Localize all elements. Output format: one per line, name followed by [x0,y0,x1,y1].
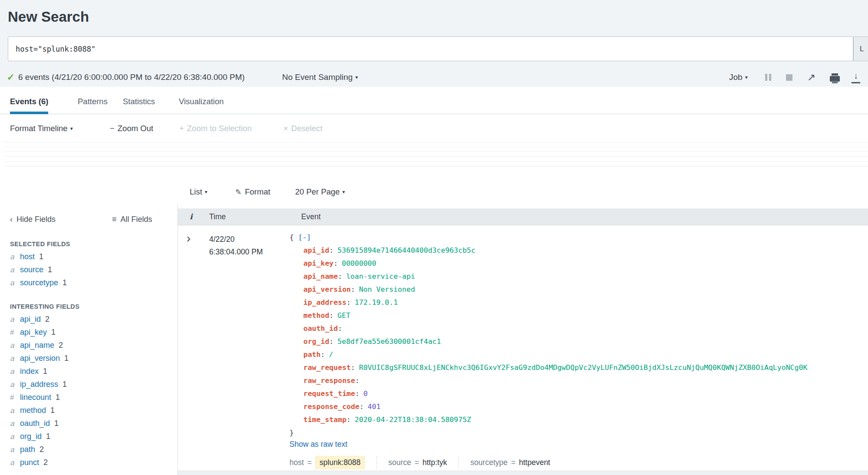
source-value[interactable]: http:tyk [422,458,447,467]
page-title: New Search [8,9,89,25]
search-input[interactable] [8,37,853,61]
json-field-oauth_id: oauth_id: [289,322,807,335]
field-path[interactable]: apath2 [10,443,69,456]
timeline-gridline [4,161,868,162]
event-column-header: Event [301,208,321,225]
caret-down-icon: ▾ [205,189,207,195]
json-field-path: path:/ [289,348,807,361]
share-icon[interactable]: ↗ [807,70,815,85]
timeline-gridline [4,142,868,142]
field-type-icon: a [10,456,20,469]
field-api_key[interactable]: #api_key1 [10,326,69,339]
deselect-button[interactable]: ×Deselect [283,122,322,135]
interesting-fields-heading: INTERESTING FIELDS [10,303,79,310]
job-menu[interactable]: Job▾ [729,69,748,85]
zoom-out-button[interactable]: −Zoom Out [110,122,153,135]
time-column-header: Time [209,208,226,225]
interesting-fields-list: aapi_id2 #api_key1 aapi_name2 aapi_versi… [10,313,69,469]
field-source[interactable]: asource1 [10,263,67,276]
sourcetype-label: sourcetype [470,458,508,467]
export-icon[interactable]: ↓ [852,69,860,83]
field-type-icon: a [10,365,20,378]
field-type-icon: # [10,326,20,339]
tab-visualization[interactable]: Visualization [179,87,224,114]
json-field-raw_response: raw_response: [289,374,807,387]
pause-icon[interactable] [765,74,772,81]
hide-fields-button[interactable]: ‹Hide Fields [10,213,56,226]
field-type-icon: a [10,276,20,289]
host-value[interactable]: splunk:8088 [315,456,365,469]
collapse-json-button[interactable]: [-] [298,233,311,241]
field-api_version[interactable]: aapi_version1 [10,352,69,365]
format-timeline-menu[interactable]: Format Timeline▾ [10,122,73,135]
tab-events[interactable]: Events (6) [10,87,48,114]
field-method[interactable]: amethod1 [10,404,69,417]
splunk-search-page: New Search L ✓ 6 events (4/21/20 6:00:00… [0,0,868,475]
json-field-api_version: api_version:Non Versioned [289,283,807,296]
field-punct[interactable]: apunct2 [10,456,69,469]
event-sampling-menu[interactable]: No Event Sampling▾ [282,69,358,85]
field-type-icon: a [10,404,20,417]
field-api_id[interactable]: aapi_id2 [10,313,69,326]
json-field-method: method:GET [289,309,807,322]
host-label: host [289,458,304,467]
field-host[interactable]: ahost1 [10,250,67,263]
time-range-picker-button[interactable]: L [853,36,868,61]
field-type-icon: a [10,352,20,365]
time-range-label: L [860,45,864,53]
divider [376,456,377,469]
event-date: 4/22/20 [209,233,263,246]
results-table-header: i Time Event [178,208,868,225]
field-oauth_id[interactable]: aoauth_id1 [10,417,69,430]
chevron-left-icon: ‹ [10,215,13,224]
search-header: New Search L ✓ 6 events (4/21/20 6:00:00… [0,0,868,87]
json-field-api_key: api_key:00000000 [289,257,807,270]
close-icon: × [283,124,288,133]
zoom-to-selection-button[interactable]: +Zoom to Selection [179,122,252,135]
print-icon[interactable] [830,76,840,82]
field-ip_address[interactable]: aip_address1 [10,378,69,391]
list-icon: ≡ [112,215,117,224]
all-fields-button[interactable]: ≡All Fields [112,213,152,226]
json-open-line: {[-] [289,231,807,244]
show-as-raw-text-link[interactable]: Show as raw text [289,440,347,449]
json-field-request_time: request_time:0 [289,387,807,400]
field-api_name[interactable]: aapi_name2 [10,339,69,352]
json-field-api_id: api_id:536915894e71466440400d3ce963cb5c [289,244,807,257]
event-timestamp: 4/22/20 6:38:04.000 PM [209,233,263,258]
event-row: › 4/22/20 6:38:04.000 PM {[-] api_id:536… [178,225,868,471]
json-close-line: } [289,426,807,439]
field-sourcetype[interactable]: asourcetype1 [10,276,67,289]
tab-statistics[interactable]: Statistics [123,87,155,114]
info-column-header: i [190,208,193,225]
list-view-menu[interactable]: List▾ [190,185,207,198]
event-timeline-chart[interactable] [0,135,868,176]
search-complete-check-icon: ✓ [7,69,15,85]
search-bar [8,36,853,61]
caret-down-icon: ▾ [342,189,345,195]
json-field-time_stamp: time_stamp:2020-04-22T18:38:04.580975Z [289,413,807,426]
field-type-icon: a [10,417,20,430]
field-type-icon: a [10,430,20,443]
field-org_id[interactable]: aorg_id1 [10,430,69,443]
timeline-gridline [4,147,868,147]
caret-down-icon: ▾ [355,74,358,80]
tab-patterns[interactable]: Patterns [78,87,108,114]
field-index[interactable]: aindex1 [10,365,69,378]
pencil-icon: ✎ [235,188,241,196]
field-linecount[interactable]: #linecount1 [10,391,69,404]
per-page-menu[interactable]: 20 Per Page▾ [295,185,345,198]
field-type-icon: # [10,391,20,404]
field-type-icon: a [10,313,20,326]
fields-sidebar: ‹Hide Fields ≡All Fields SELECTED FIELDS… [0,204,178,475]
event-time: 6:38:04.000 PM [209,246,263,258]
json-field-api_name: api_name:loan-service-api [289,270,807,283]
selected-fields-list: ahost1 asource1 asourcetype1 [10,250,67,289]
next-row-edge [178,471,868,475]
field-type-icon: a [10,250,20,263]
format-results-button[interactable]: ✎Format [235,185,270,198]
expand-event-icon[interactable]: › [187,232,191,245]
sourcetype-value[interactable]: httpevent [519,458,550,467]
timeline-gridline [4,152,868,152]
stop-icon[interactable] [786,74,792,81]
